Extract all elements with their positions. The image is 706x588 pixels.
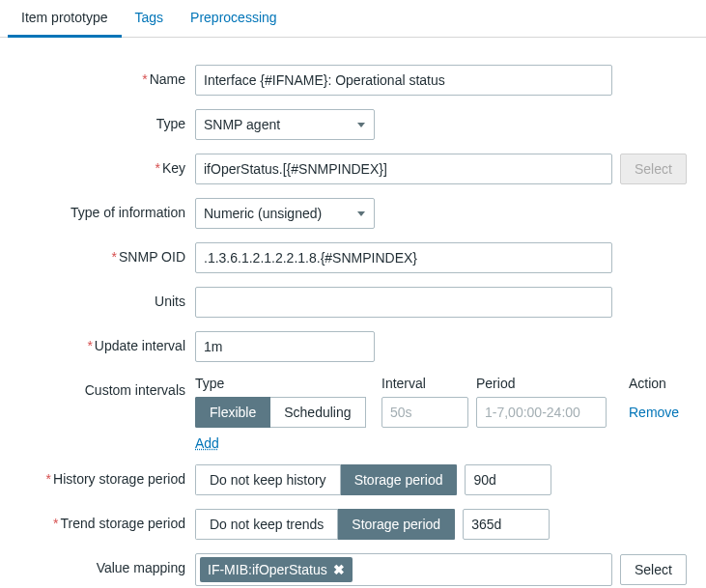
tab-item-prototype[interactable]: Item prototype <box>8 0 122 38</box>
ci-seg-flexible[interactable]: Flexible <box>195 397 270 428</box>
label-value-mapping: Value mapping <box>12 553 195 575</box>
type-select[interactable] <box>195 109 375 140</box>
ci-head-interval: Interval <box>381 376 468 391</box>
tab-preprocessing[interactable]: Preprocessing <box>177 0 291 37</box>
key-select-button: Select <box>620 154 687 184</box>
tab-tags[interactable]: Tags <box>122 0 178 37</box>
snmp-oid-input[interactable] <box>195 242 612 273</box>
ci-remove-link[interactable]: Remove <box>629 405 696 420</box>
name-input[interactable] <box>195 65 612 96</box>
value-mapping-chip[interactable]: IF-MIB:ifOperStatus ✖ <box>200 557 353 582</box>
label-name: *Name <box>12 65 195 87</box>
history-segmented[interactable]: Do not keep history Storage period <box>195 464 457 495</box>
label-update-interval: *Update interval <box>12 331 195 353</box>
ci-type-segmented[interactable]: Flexible Scheduling <box>195 397 374 428</box>
update-interval-input[interactable] <box>195 331 375 362</box>
ci-seg-scheduling[interactable]: Scheduling <box>270 397 365 428</box>
ci-row: Flexible Scheduling Remove <box>195 397 678 428</box>
ci-head-type: Type <box>195 376 374 391</box>
ci-header: Type Interval Period Action <box>195 376 678 391</box>
ci-period-input[interactable] <box>476 397 607 428</box>
ci-add-link[interactable]: Add <box>195 435 219 451</box>
ci-head-action: Action <box>629 376 696 391</box>
close-icon[interactable]: ✖ <box>333 562 345 577</box>
trend-storage-period[interactable]: Storage period <box>338 509 455 540</box>
value-mapping-select-button[interactable]: Select <box>620 554 687 585</box>
trend-segmented[interactable]: Do not keep trends Storage period <box>195 509 455 540</box>
label-units: Units <box>12 287 195 309</box>
ci-head-period: Period <box>476 376 621 391</box>
label-type: Type <box>12 109 195 131</box>
trend-value-input[interactable] <box>463 509 550 540</box>
trend-dont-keep[interactable]: Do not keep trends <box>195 509 338 540</box>
key-input[interactable] <box>195 154 612 184</box>
units-input[interactable] <box>195 287 612 318</box>
value-mapping-box[interactable]: IF-MIB:ifOperStatus ✖ <box>195 553 612 586</box>
value-mapping-chip-label: IF-MIB:ifOperStatus <box>208 562 327 577</box>
label-snmp-oid: *SNMP OID <box>12 242 195 265</box>
label-history-period: *History storage period <box>12 464 195 487</box>
history-dont-keep[interactable]: Do not keep history <box>195 464 341 495</box>
type-info-select[interactable] <box>195 198 375 229</box>
history-value-input[interactable] <box>465 464 551 495</box>
history-storage-period[interactable]: Storage period <box>341 464 458 495</box>
label-trend-period: *Trend storage period <box>12 509 195 531</box>
label-type-info: Type of information <box>12 198 195 220</box>
label-custom-intervals: Custom intervals <box>12 376 195 398</box>
label-key: *Key <box>12 154 195 176</box>
ci-interval-input[interactable] <box>381 397 468 428</box>
